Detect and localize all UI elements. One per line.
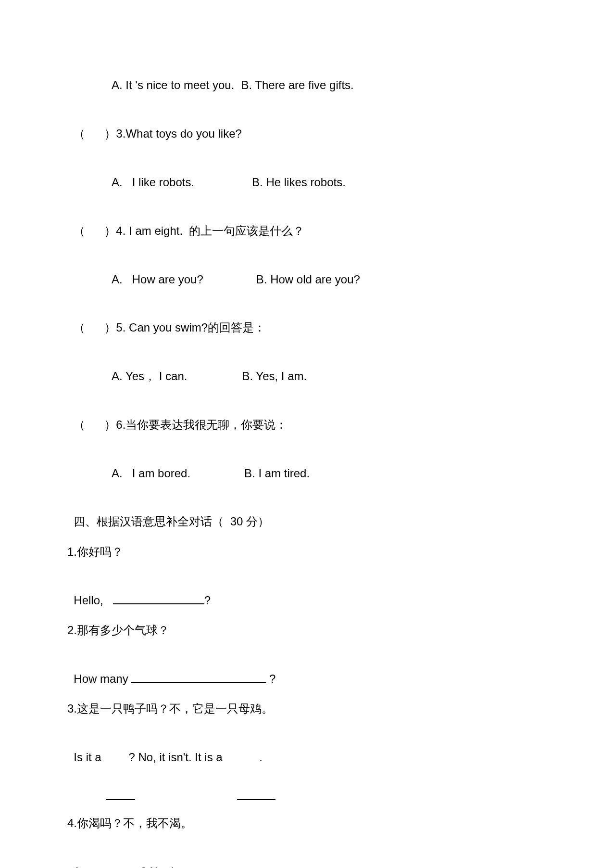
- fill-blank-2[interactable]: [237, 799, 275, 800]
- text-c: .: [259, 751, 263, 764]
- prompt: 3.What toys do you like?: [116, 127, 241, 140]
- text-post: ?: [204, 594, 211, 607]
- prompt: 5. Can you swim?的回答是：: [116, 321, 265, 334]
- s4-q3-underlines: [67, 766, 546, 803]
- mc-q5-options: A. Yes， I can.B. Yes, I am.: [67, 349, 546, 386]
- s4-q2-zh: 2.那有多少个气球？: [67, 621, 546, 639]
- mc-q6-options: A. I am bored.B. I am tired.: [67, 446, 546, 483]
- s4-q3-zh: 3.这是一只鸭子吗？不，它是一只母鸡。: [67, 700, 546, 718]
- text-post: ?: [266, 672, 275, 685]
- mc-q4: （ ）4. I am eight. 的上一句应该是什么？: [67, 203, 546, 240]
- text-b: ? No, I am: [140, 865, 196, 868]
- mc-q6: （ ）6.当你要表达我很无聊，你要说：: [67, 397, 546, 434]
- mc-q5: （ ）5. Can you swim?的回答是：: [67, 300, 546, 337]
- section4-title-text: 四、根据汉语意思补全对话（ 30 分）: [74, 515, 269, 528]
- mc-q3: （ ）3.What toys do you like?: [67, 106, 546, 143]
- s4-q4-zh: 4.你渴吗？不，我不渴。: [67, 814, 546, 832]
- s4-q3-en: Is it a ? No, it isn't. It is a .: [67, 730, 546, 767]
- opt-a: A. I like robots.: [112, 176, 194, 189]
- s4-q4-en: Are you ? No, I am .: [67, 844, 546, 868]
- text-b: ? No, it isn't. It is a: [128, 751, 225, 764]
- mc-q3-options: A. I like robots.B. He likes robots.: [67, 155, 546, 192]
- answer-paren[interactable]: （ ）: [74, 127, 116, 140]
- opt-b: B. Yes, I am.: [242, 370, 307, 383]
- text-pre: How many: [74, 672, 131, 685]
- mc-q4-options: A. How are you?B. How old are you?: [67, 252, 546, 289]
- text: 1.你好吗？: [67, 545, 123, 558]
- s4-q1-zh: 1.你好吗？: [67, 543, 546, 561]
- opt-b: B. I am tired.: [244, 467, 310, 480]
- text-a: Is it a: [74, 751, 104, 764]
- text-pre: Hello,: [74, 594, 113, 607]
- mc-prev-options: A. It 's nice to meet you.B. There are f…: [67, 58, 546, 95]
- opt-a: A. It 's nice to meet you.: [112, 78, 234, 91]
- fill-blank-1[interactable]: [106, 799, 135, 800]
- text: 3.这是一只鸭子吗？不，它是一只母鸡。: [67, 702, 273, 715]
- s4-q2-en: How many ?: [67, 651, 546, 688]
- text-a: Are you: [73, 865, 116, 868]
- prompt: 6.当你要表达我很无聊，你要说：: [116, 418, 287, 431]
- fill-blank[interactable]: [113, 603, 204, 604]
- text-c: .: [216, 865, 219, 868]
- text: 2.那有多少个气球？: [67, 624, 169, 637]
- opt-a: A. Yes， I can.: [112, 370, 187, 383]
- section4-title: 四、根据汉语意思补全对话（ 30 分）: [67, 494, 546, 531]
- answer-paren[interactable]: （ ）: [74, 321, 116, 334]
- opt-b: B. How old are you?: [256, 273, 360, 286]
- fill-blank[interactable]: [131, 682, 266, 683]
- opt-a: A. How are you?: [112, 273, 203, 286]
- prompt: 4. I am eight. 的上一句应该是什么？: [116, 224, 304, 237]
- text: 4.你渴吗？不，我不渴。: [67, 817, 192, 830]
- answer-paren[interactable]: （ ）: [74, 224, 116, 237]
- opt-a: A. I am bored.: [112, 467, 190, 480]
- opt-b: B. He likes robots.: [252, 176, 346, 189]
- answer-paren[interactable]: （ ）: [74, 418, 116, 431]
- opt-b: B. There are five gifts.: [241, 78, 353, 91]
- s4-q1-en: Hello, ?: [67, 573, 546, 610]
